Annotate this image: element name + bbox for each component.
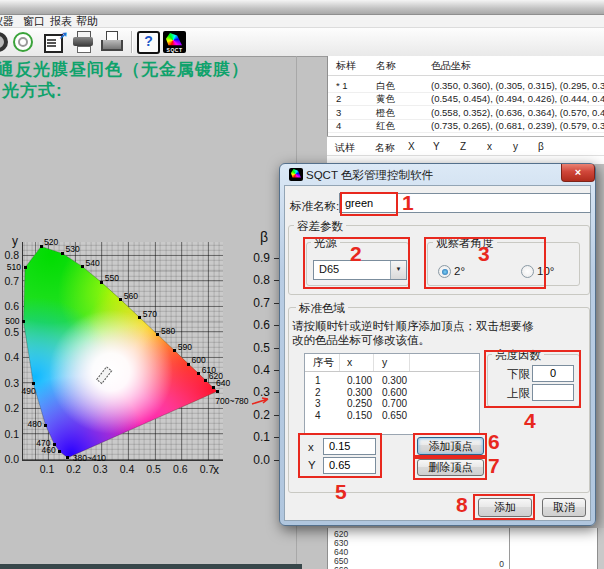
y-axis-label: y (12, 234, 18, 248)
page-subtitle: 光方式: (2, 79, 63, 102)
locus-wavelength-label: 570 (143, 310, 157, 319)
beta-axis-tick: 0.2 (236, 408, 270, 422)
vertex-row[interactable]: 30.2500.700 (305, 398, 479, 410)
vertex-row[interactable]: 40.1500.650 (305, 410, 479, 422)
locus-point (173, 349, 176, 352)
menu-item-window[interactable]: 窗口 (23, 15, 45, 27)
scrollbar-strip[interactable] (597, 528, 604, 569)
locus-wavelength-label: 520 (44, 238, 58, 247)
annotation-number-3: 3 (478, 243, 490, 265)
vertex-row[interactable]: 10.1000.300 (305, 375, 479, 387)
table-row[interactable]: 4红色(0.735, 0.265), (0.681, 0.239), (0.57… (328, 119, 604, 133)
spectral-wavelength-list[interactable]: 620630640650660 0 (327, 528, 604, 569)
vertex-row[interactable]: 20.3000.600 (305, 387, 479, 399)
column-header: β (538, 141, 544, 154)
column-header: Y (433, 141, 440, 154)
locus-wavelength-label: 540 (86, 259, 100, 268)
column-header: 名称 (375, 141, 395, 154)
y-axis-tick: 0.1 (0, 428, 19, 440)
y-axis-tick: 0.0 (0, 453, 19, 465)
y-axis-tick: 0.2 (0, 402, 19, 414)
printer-icon[interactable] (72, 31, 96, 53)
annotation-number-1: 1 (402, 192, 414, 214)
locus-point (204, 379, 207, 382)
locus-wavelength-label: 380~410 (73, 454, 106, 463)
page-title: 通反光膜昼间色（无金属镀膜） (0, 58, 249, 81)
locus-wavelength-label: 530 (66, 245, 80, 254)
spectral-value: 0 (458, 559, 504, 569)
locus-wavelength-label: 590 (178, 343, 192, 352)
beta-axis-tick: 0.7 (236, 296, 270, 310)
locus-point (216, 390, 219, 393)
x-axis-tick: 0.3 (89, 463, 111, 475)
column-header: 名称 (376, 59, 396, 73)
vertex-table[interactable]: 序号 x y 10.1000.30020.3000.60030.2500.700… (304, 353, 480, 435)
app-window: 仪器 窗口 报表 帮助 ➚ ? SQCT 通反光膜昼间色（无金属镀膜） 光方式:… (0, 0, 604, 569)
locus-point (197, 372, 200, 375)
locus-point (138, 316, 141, 319)
locus-point (156, 333, 159, 336)
locus-point (212, 386, 215, 389)
print-output-icon[interactable] (100, 31, 124, 53)
locus-point (24, 266, 27, 269)
column-divider (509, 528, 510, 569)
locus-point (44, 424, 47, 427)
locus-wavelength-label: 550 (105, 274, 119, 283)
locus-point (53, 443, 56, 446)
locus-point (119, 298, 122, 301)
menu-bar: 仪器 窗口 报表 帮助 (0, 15, 604, 28)
locus-wavelength-label: 560 (124, 292, 138, 301)
target-tool-icon[interactable] (12, 31, 36, 53)
toolbar-separator (131, 31, 133, 53)
column-header: 色品坐标 (431, 59, 471, 73)
x-axis-tick: 0.4 (116, 463, 138, 475)
beta-axis-tick: 0.4 (236, 363, 270, 377)
x-axis-tick: 0.5 (143, 463, 165, 475)
sqct-icon[interactable]: SQCT (163, 31, 186, 53)
annotation-number-8: 8 (456, 494, 468, 516)
locus-point (187, 363, 190, 366)
circle-tool-icon[interactable] (0, 31, 11, 53)
column-header: 标样 (336, 59, 356, 73)
table-row[interactable]: 2黄色(0.545, 0.454), (0.494, 0.426), (0.44… (328, 92, 604, 106)
window-bottom-edge (0, 564, 302, 569)
y-axis-tick: 0.6 (0, 300, 19, 312)
beta-axis: β 0.90.80.70.60.50.40.30.20.10.0 (236, 228, 284, 468)
beta-axis-tick: 0.5 (236, 341, 270, 355)
table-row[interactable]: 3橙色(0.558, 0.352), (0.636, 0.364), (0.57… (328, 106, 604, 120)
menu-item-report[interactable]: 报表 (50, 15, 72, 27)
annotation-box-7 (413, 457, 487, 480)
column-header: x (487, 141, 492, 154)
vertex-col-x: x (347, 356, 352, 368)
report-export-icon[interactable]: ➚ (43, 31, 67, 53)
standard-name-label: 标准名称: (290, 199, 339, 214)
annotation-box-1 (340, 192, 398, 216)
dialog-title: SQCT 色彩管理控制软件 (306, 168, 433, 183)
x-axis-tick: 0.1 (36, 463, 58, 475)
cie-plot-area[interactable]: 520530540550560570580590600610620640700~… (22, 242, 223, 461)
menu-item-instrument[interactable]: 仪器 (0, 15, 14, 27)
locus-point (40, 245, 43, 248)
locus-wavelength-label: 580 (161, 327, 175, 336)
annotation-box-4 (484, 350, 581, 408)
y-axis-tick: 0.7 (0, 275, 19, 287)
x-axis-tick: 0.2 (63, 463, 85, 475)
table-row[interactable]: * 1白色(0.350, 0.360), (0.305, 0.315), (0.… (328, 79, 604, 93)
sqct-dialog: SQCT 色彩管理控制软件 × 标准名称: green 容差参数 光源 D65 … (279, 163, 596, 526)
cancel-button[interactable]: 取消 (542, 498, 586, 517)
instruction-line2: 改的色品坐标可修改该值。 (292, 333, 430, 348)
locus-point (58, 450, 61, 453)
menu-item-help[interactable]: 帮助 (76, 15, 98, 27)
help-icon[interactable]: ? (137, 31, 161, 53)
samples-table: 试样名称XYZxyβ (327, 136, 604, 164)
annotation-box-6 (413, 433, 487, 457)
close-button[interactable]: × (561, 164, 595, 182)
column-header: Z (460, 141, 466, 154)
locus-point (22, 320, 25, 323)
y-axis-tick: 0.5 (0, 326, 19, 338)
toolbar: ➚ ? SQCT (0, 28, 604, 57)
locus-wavelength-label: 500 (3, 317, 20, 326)
locus-wavelength-label: 510 (4, 263, 21, 272)
locus-point (32, 382, 35, 385)
annotation-box-8 (473, 494, 535, 520)
